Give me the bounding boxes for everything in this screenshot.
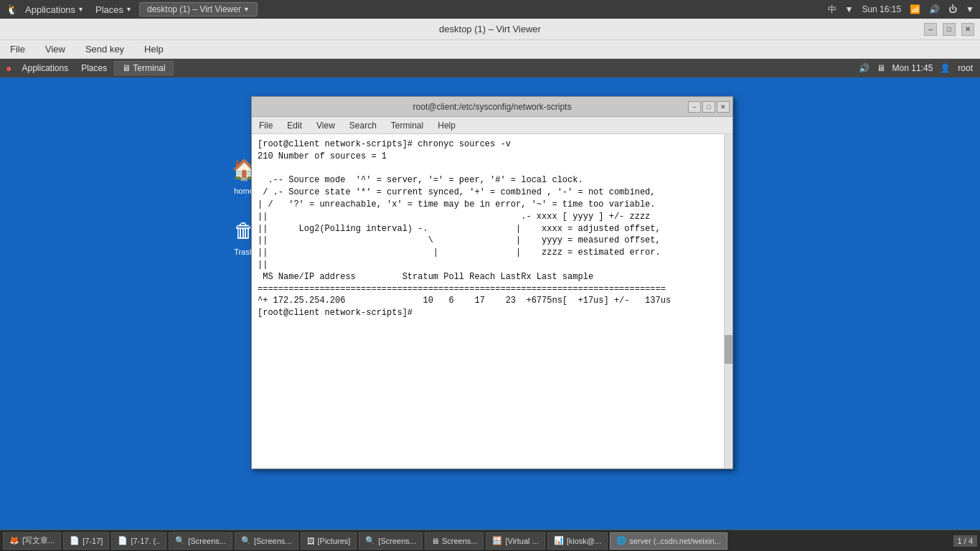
terminal-body: [root@client network-scripts]# chronyc s… bbox=[252, 134, 732, 468]
host-task-editor2[interactable]: 📄 [7-17. (.. bbox=[111, 532, 166, 550]
terminal-maximize-button[interactable]: □ bbox=[702, 101, 715, 113]
terminal-menubar: File Edit View Search Terminal Help bbox=[252, 117, 732, 134]
terminal-menu-edit[interactable]: Edit bbox=[284, 119, 305, 132]
guest-terminal-label: Terminal bbox=[133, 63, 165, 73]
terminal-content[interactable]: [root@client network-scripts]# chronyc s… bbox=[252, 134, 724, 468]
terminal-titlebar: root@client:/etc/sysconfig/network-scrip… bbox=[252, 97, 732, 117]
host-volume-icon[interactable]: 🔊 bbox=[929, 4, 940, 14]
guest-panel-right: 🔊 🖥 Mon 11:45 👤 root bbox=[859, 63, 980, 73]
virt-menu-help[interactable]: Help bbox=[140, 42, 168, 56]
host-wifi-icon: 📶 bbox=[910, 4, 920, 14]
terminal-menu-help[interactable]: Help bbox=[435, 119, 458, 132]
guest-panel-left: ● Applications Places 🖥 Terminal bbox=[6, 61, 174, 75]
host-task-pictures[interactable]: 🖼 [Pictures] bbox=[301, 532, 357, 550]
terminal-title: root@client:/etc/sysconfig/network-scrip… bbox=[413, 102, 572, 112]
host-app-icon: 🐧 bbox=[6, 4, 18, 15]
host-applications-menu[interactable]: Applications ▼ bbox=[21, 3, 88, 17]
server-label: server (..csdn.net/weixin... bbox=[629, 537, 721, 545]
guest-places-label: Places bbox=[81, 63, 107, 73]
screen3-icon: 🔍 bbox=[365, 536, 375, 545]
terminal-close-button[interactable]: ✕ bbox=[717, 101, 730, 113]
host-datetime: Sun 16:15 bbox=[862, 4, 901, 14]
editor2-icon: 📄 bbox=[118, 536, 128, 545]
guest-terminal-tab[interactable]: 🖥 Terminal bbox=[114, 61, 173, 75]
terminal-menu-terminal[interactable]: Terminal bbox=[388, 119, 426, 132]
guest-panel: ● Applications Places 🖥 Terminal 🔊 🖥 Mon… bbox=[0, 59, 980, 77]
host-taskbar: 🦊 [写文章... 📄 [7-17] 📄 [7-17. (.. 🔍 [Scree… bbox=[0, 529, 980, 551]
host-task-kiosk[interactable]: 📊 [kiosk@... bbox=[547, 532, 608, 550]
host-pager[interactable]: 1 / 4 bbox=[953, 535, 977, 547]
host-ime-arrow: ▼ bbox=[845, 4, 854, 14]
host-task-firefox[interactable]: 🦊 [写文章... bbox=[3, 532, 61, 550]
virt-viewer-window: desktop (1) – Virt Viewer – □ ✕ File Vie… bbox=[0, 19, 980, 551]
host-task-screen2[interactable]: 🔍 [Screens... bbox=[235, 532, 298, 550]
host-task-virtual[interactable]: 🪟 [Virtual ... bbox=[486, 532, 545, 550]
virt-viewer-menubar: File View Send key Help bbox=[0, 40, 980, 59]
server-icon: 🌐 bbox=[616, 536, 626, 545]
host-applications-label: Applications bbox=[25, 4, 75, 15]
screens-icon: 🖥 bbox=[431, 537, 439, 545]
terminal-window: root@client:/etc/sysconfig/network-scrip… bbox=[251, 96, 733, 469]
screen1-icon: 🔍 bbox=[175, 536, 185, 545]
host-task-server[interactable]: 🌐 server (..csdn.net/weixin... bbox=[610, 532, 727, 550]
virt-viewer-controls: – □ ✕ bbox=[924, 23, 974, 36]
terminal-minimize-button[interactable]: – bbox=[688, 101, 701, 113]
screen1-label: [Screens... bbox=[188, 537, 226, 545]
virt-menu-file[interactable]: File bbox=[6, 42, 29, 56]
firefox-label: [写文章... bbox=[22, 535, 55, 546]
editor1-icon: 📄 bbox=[70, 536, 80, 545]
screen2-icon: 🔍 bbox=[241, 536, 251, 545]
editor2-label: [7-17. (.. bbox=[131, 537, 160, 545]
guest-applications-label: Applications bbox=[22, 63, 68, 73]
pictures-label: [Pictures] bbox=[318, 537, 351, 545]
terminal-menu-view[interactable]: View bbox=[314, 119, 338, 132]
guest-places-btn[interactable]: Places bbox=[75, 62, 113, 75]
host-task-screen1[interactable]: 🔍 [Screens... bbox=[169, 532, 232, 550]
guest-user-icon: 👤 bbox=[940, 63, 951, 73]
guest-network-icon: 🖥 bbox=[877, 63, 885, 73]
host-taskbar-right: 1 / 4 bbox=[953, 535, 977, 547]
host-power-arrow: ▼ bbox=[966, 4, 974, 14]
virt-viewer-title: desktop (1) – Virt Viewer bbox=[439, 24, 541, 34]
terminal-scrollbar-thumb[interactable] bbox=[725, 335, 732, 364]
virt-viewer-titlebar: desktop (1) – Virt Viewer – □ ✕ bbox=[0, 19, 980, 40]
host-window-tab[interactable]: desktop (1) – Virt Viewer ▼ bbox=[139, 2, 258, 17]
screens-label: Screens... bbox=[442, 537, 478, 545]
screen3-label: [Screens... bbox=[378, 537, 416, 545]
terminal-titlebar-controls: – □ ✕ bbox=[688, 101, 730, 113]
host-places-label: Places bbox=[95, 4, 123, 15]
host-power-icon[interactable]: ⏻ bbox=[948, 4, 957, 14]
host-task-editor1[interactable]: 📄 [7-17] bbox=[63, 532, 109, 550]
screen2-label: [Screens... bbox=[254, 537, 292, 545]
terminal-scrollbar[interactable] bbox=[724, 134, 732, 468]
terminal-output: [root@client network-scripts]# chronyc s… bbox=[258, 138, 718, 319]
host-task-screen3[interactable]: 🔍 [Screens... bbox=[359, 532, 423, 550]
virtual-label: [Virtual ... bbox=[505, 537, 538, 545]
guest-terminal-icon: 🖥 bbox=[122, 63, 131, 73]
virtual-icon: 🪟 bbox=[492, 536, 502, 545]
host-topbar: 🐧 Applications ▼ Places ▼ desktop (1) – … bbox=[0, 0, 980, 19]
host-places-menu[interactable]: Places ▼ bbox=[91, 3, 136, 17]
pictures-icon: 🖼 bbox=[307, 537, 315, 545]
virt-menu-sendkey[interactable]: Send key bbox=[81, 42, 128, 56]
virt-minimize-button[interactable]: – bbox=[924, 23, 937, 36]
guest-applications-btn[interactable]: Applications bbox=[16, 62, 74, 75]
host-topbar-left: 🐧 Applications ▼ Places ▼ desktop (1) – … bbox=[6, 2, 258, 17]
host-places-arrow: ▼ bbox=[126, 6, 132, 13]
terminal-menu-search[interactable]: Search bbox=[347, 119, 380, 132]
host-window-title: desktop (1) – Virt Viewer bbox=[147, 4, 241, 14]
host-applications-arrow: ▼ bbox=[77, 6, 84, 13]
guest-volume-icon[interactable]: 🔊 bbox=[859, 63, 870, 73]
guest-fedora-icon: ● bbox=[6, 62, 11, 74]
virt-menu-view[interactable]: View bbox=[41, 42, 70, 56]
guest-username: root bbox=[958, 63, 973, 73]
host-ime-indicator[interactable]: 中 bbox=[828, 4, 837, 16]
terminal-menu-file[interactable]: File bbox=[256, 119, 275, 132]
host-task-screens[interactable]: 🖥 Screens... bbox=[425, 532, 484, 550]
firefox-icon: 🦊 bbox=[9, 536, 19, 545]
virt-close-button[interactable]: ✕ bbox=[961, 23, 974, 36]
guest-time: Mon 11:45 bbox=[892, 63, 933, 73]
virt-maximize-button[interactable]: □ bbox=[943, 23, 956, 36]
host-window-arrow: ▼ bbox=[243, 6, 250, 13]
guest-desktop: ● Applications Places 🖥 Terminal 🔊 🖥 Mon… bbox=[0, 59, 980, 551]
